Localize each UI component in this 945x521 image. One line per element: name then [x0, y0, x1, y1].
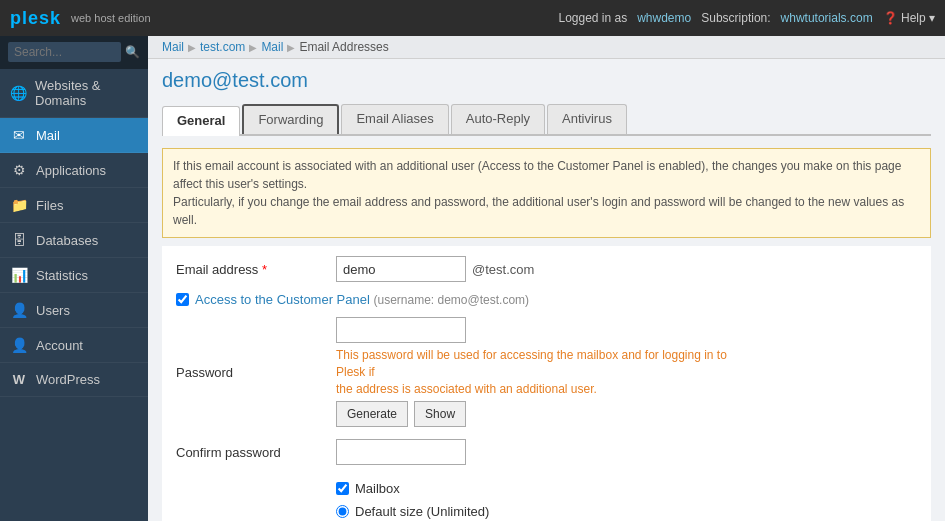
sidebar-item-account[interactable]: 👤 Account	[0, 328, 148, 363]
page-title: demo@test.com	[162, 69, 931, 92]
tab-auto-reply[interactable]: Auto-Reply	[451, 104, 545, 134]
generate-button[interactable]: Generate	[336, 401, 408, 427]
email-control-group: @test.com	[336, 256, 917, 282]
page-header: demo@test.com	[148, 59, 945, 96]
password-row: Password This password will be used for …	[176, 311, 917, 433]
sidebar-item-databases[interactable]: 🗄 Databases	[0, 223, 148, 258]
mailbox-label: Mailbox	[355, 481, 400, 496]
tabs: General Forwarding Email Aliases Auto-Re…	[162, 104, 931, 136]
username-link[interactable]: whwdemo	[637, 11, 691, 25]
topbar-right: Logged in as whwdemo Subscription: whwtu…	[558, 11, 935, 25]
sidebar-label-files: Files	[36, 198, 63, 213]
sidebar-label-wordpress: WordPress	[36, 372, 100, 387]
wordpress-icon: W	[10, 372, 28, 387]
password-label: Password	[176, 365, 336, 380]
sidebar: 🔍 🌐 Websites & Domains ✉ Mail ⚙ Applicat…	[0, 36, 148, 521]
access-label: Access to the Customer Panel (username: …	[195, 292, 529, 307]
access-username-hint: (username: demo@test.com)	[373, 293, 529, 307]
sidebar-item-websites-domains[interactable]: 🌐 Websites & Domains	[0, 69, 148, 118]
databases-icon: 🗄	[10, 232, 28, 248]
breadcrumb: Mail ▶ test.com ▶ Mail ▶ Email Addresses	[148, 36, 945, 59]
sidebar-item-wordpress[interactable]: W WordPress	[0, 363, 148, 397]
info-text-2: Particularly, if you change the email ad…	[173, 195, 904, 227]
default-size-row: Default size (Unlimited)	[336, 504, 595, 519]
form-area: Email address * @test.com Access to the …	[162, 246, 931, 521]
account-icon: 👤	[10, 337, 28, 353]
subscription-label: Subscription:	[701, 11, 770, 25]
confirm-password-label: Confirm password	[176, 445, 336, 460]
files-icon: 📁	[10, 197, 28, 213]
default-size-label: Default size (Unlimited)	[355, 504, 489, 519]
mailbox-checkbox-row: Mailbox	[336, 477, 595, 500]
breadcrumb-mail[interactable]: Mail	[162, 40, 184, 54]
email-label: Email address *	[176, 262, 336, 277]
sidebar-item-statistics[interactable]: 📊 Statistics	[0, 258, 148, 293]
search-icon: 🔍	[125, 45, 140, 59]
sidebar-label-websites-domains: Websites & Domains	[35, 78, 138, 108]
tab-general[interactable]: General	[162, 106, 240, 136]
breadcrumb-testcom[interactable]: test.com	[200, 40, 245, 54]
search-input[interactable]	[8, 42, 121, 62]
mailbox-checkbox[interactable]	[336, 482, 349, 495]
sidebar-label-users: Users	[36, 303, 70, 318]
password-input[interactable]	[336, 317, 466, 343]
main-content: Mail ▶ test.com ▶ Mail ▶ Email Addresses…	[148, 36, 945, 521]
email-domain-label: @test.com	[472, 262, 534, 277]
logged-in-label: Logged in as	[558, 11, 627, 25]
password-note: This password will be used for accessing…	[336, 347, 736, 397]
sidebar-item-users[interactable]: 👤 Users	[0, 293, 148, 328]
search-box: 🔍	[0, 36, 148, 69]
websites-icon: 🌐	[10, 85, 27, 101]
sidebar-item-mail[interactable]: ✉ Mail	[0, 118, 148, 153]
breadcrumb-mail2[interactable]: Mail	[261, 40, 283, 54]
topbar-left: plesk web host edition	[10, 8, 151, 29]
mailbox-row: Mailbox Default size (Unlimited) Another…	[176, 471, 917, 521]
statistics-icon: 📊	[10, 267, 28, 283]
tab-forwarding[interactable]: Forwarding	[242, 104, 339, 134]
confirm-password-input[interactable]	[336, 439, 466, 465]
confirm-password-row: Confirm password	[176, 433, 917, 471]
sidebar-item-applications[interactable]: ⚙ Applications	[0, 153, 148, 188]
access-link[interactable]: Access to the Customer Panel	[195, 292, 370, 307]
breadcrumb-email-addresses: Email Addresses	[299, 40, 388, 54]
info-text-1: If this email account is associated with…	[173, 159, 901, 191]
show-button[interactable]: Show	[414, 401, 466, 427]
email-local-input[interactable]	[336, 256, 466, 282]
users-icon: 👤	[10, 302, 28, 318]
applications-icon: ⚙	[10, 162, 28, 178]
topbar: plesk web host edition Logged in as whwd…	[0, 0, 945, 36]
sidebar-label-statistics: Statistics	[36, 268, 88, 283]
sidebar-label-mail: Mail	[36, 128, 60, 143]
tab-antivirus[interactable]: Antivirus	[547, 104, 627, 134]
tab-email-aliases[interactable]: Email Aliases	[341, 104, 448, 134]
mailbox-size-group: Default size (Unlimited) Another size KB…	[336, 504, 595, 521]
sidebar-label-applications: Applications	[36, 163, 106, 178]
sidebar-label-databases: Databases	[36, 233, 98, 248]
edition-label: web host edition	[71, 12, 151, 24]
email-address-row: Email address * @test.com	[176, 250, 917, 288]
sidebar-label-account: Account	[36, 338, 83, 353]
mail-icon: ✉	[10, 127, 28, 143]
access-checkbox-row: Access to the Customer Panel (username: …	[176, 288, 917, 311]
sidebar-item-files[interactable]: 📁 Files	[0, 188, 148, 223]
access-checkbox[interactable]	[176, 293, 189, 306]
help-btn[interactable]: ❓ Help ▾	[883, 11, 935, 25]
default-size-radio[interactable]	[336, 505, 349, 518]
info-box: If this email account is associated with…	[162, 148, 931, 238]
brand-logo: plesk	[10, 8, 61, 29]
subscription-link[interactable]: whwtutorials.com	[781, 11, 873, 25]
